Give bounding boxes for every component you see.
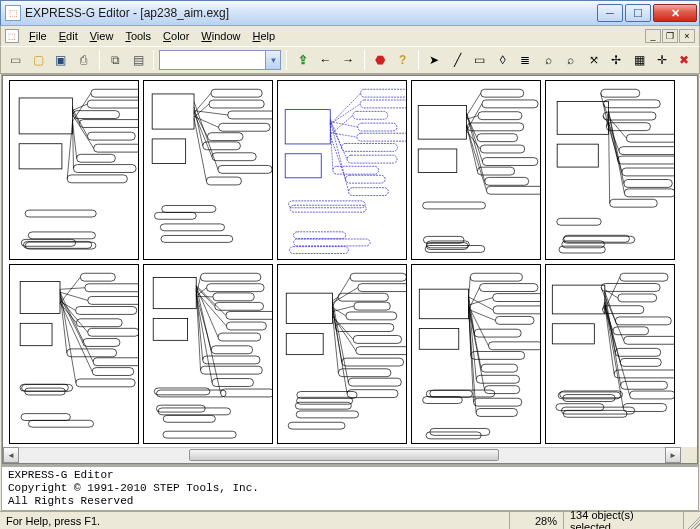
svg-line-81 [466,104,481,131]
diagram-page[interactable] [411,80,541,260]
svg-rect-188 [163,415,215,422]
svg-rect-57 [358,123,397,131]
svg-rect-281 [630,391,674,399]
svg-rect-165 [207,284,265,292]
diagram-canvas[interactable]: ◄ ► [1,74,699,465]
diagram-page[interactable] [143,80,273,260]
delete-button[interactable]: ✖ [674,49,695,71]
maximize-button[interactable]: ☐ [625,4,651,22]
pointer-tool-button[interactable]: ➤ [424,49,445,71]
minimize-button[interactable]: ─ [597,4,623,22]
close-button[interactable]: ✕ [653,4,697,22]
svg-rect-191 [157,390,227,397]
mdi-restore-button[interactable]: ❐ [662,29,678,43]
align-tool-button[interactable]: ≣ [515,49,536,71]
diagram-page[interactable] [277,264,407,444]
scroll-corner [681,447,697,463]
svg-rect-195 [350,273,406,281]
diagram-page[interactable] [545,80,675,260]
svg-rect-98 [423,202,486,209]
rect-tool-button[interactable]: ▭ [470,49,491,71]
svg-line-198 [332,288,357,303]
svg-rect-156 [28,420,93,427]
status-selection: 134 object(s) selected [564,512,684,529]
svg-rect-134 [80,273,115,281]
menu-edit[interactable]: Edit [53,28,84,44]
svg-line-54 [330,104,360,124]
scroll-track[interactable] [19,447,665,463]
svg-rect-16 [73,165,136,173]
svg-rect-104 [557,144,598,167]
svg-rect-189 [158,408,230,415]
print-button[interactable]: ⎙ [73,49,94,71]
svg-rect-49 [285,110,330,144]
line-tool-button[interactable]: ╱ [447,49,468,71]
svg-rect-48 [161,235,233,242]
svg-rect-171 [226,311,272,319]
nav-up-button[interactable]: ⇪ [292,49,313,71]
svg-rect-10 [87,132,135,140]
window-title: EXPRESS-G Editor - [ap238_aim.exg] [25,6,593,20]
help-icon: ? [399,53,406,67]
zoom-out-button[interactable]: ⌕ [560,49,581,71]
menu-view[interactable]: View [84,28,120,44]
find-icon: ✢ [611,53,621,67]
zoom-in-button[interactable]: ⌕ [538,49,559,71]
svg-rect-47 [162,205,216,212]
svg-rect-194 [286,333,323,354]
svg-rect-67 [346,175,386,183]
horizontal-scrollbar[interactable]: ◄ ► [3,447,697,463]
svg-rect-217 [347,390,398,398]
mdi-minimize-button[interactable]: _ [645,29,661,43]
menu-tools[interactable]: Tools [119,28,157,44]
svg-line-52 [330,93,360,124]
svg-rect-261 [601,284,660,292]
svg-line-186 [196,286,220,393]
svg-rect-12 [94,144,138,152]
svg-rect-115 [619,147,674,155]
snap-button[interactable]: ✛ [651,49,672,71]
menu-bar: ⬚ File Edit View Tools Color Window Help… [0,26,700,46]
svg-line-282 [605,308,630,395]
scroll-left-button[interactable]: ◄ [3,447,19,463]
nav-prev-button[interactable]: ← [315,49,336,71]
context-help-button[interactable]: ? [392,49,413,71]
svg-rect-107 [604,100,661,108]
copy-button[interactable]: ⧉ [105,49,126,71]
menu-window[interactable]: Window [195,28,246,44]
find-button[interactable]: ✢ [606,49,627,71]
svg-rect-146 [83,339,120,347]
menu-file[interactable]: File [23,28,53,44]
zoom-fit-button[interactable]: ⤧ [583,49,604,71]
menu-color[interactable]: Color [157,28,195,44]
diagram-page[interactable] [143,264,273,444]
pointer-icon: ➤ [429,53,439,67]
diagram-page[interactable] [9,264,139,444]
mdi-window-buttons: _ ❐ × [645,29,697,43]
diagram-page[interactable] [411,264,541,444]
separator [364,50,365,70]
new-button[interactable]: ▭ [5,49,26,71]
schema-combo[interactable]: ▼ [159,50,281,70]
nav-next-button[interactable]: → [338,49,359,71]
round-tool-button[interactable]: ◊ [492,49,513,71]
save-button[interactable]: ▣ [50,49,71,71]
diagram-page[interactable] [545,264,675,444]
menu-help[interactable]: Help [247,28,282,44]
svg-rect-23 [28,232,95,239]
resize-grip[interactable] [684,513,700,529]
scroll-thumb[interactable] [189,449,499,461]
grid-button[interactable]: ▦ [629,49,650,71]
svg-rect-224 [419,289,468,319]
svg-rect-187 [154,388,210,395]
svg-line-40 [194,113,212,157]
open-button[interactable]: ▢ [28,49,49,71]
stop-button[interactable]: ⬣ [370,49,391,71]
paste-button[interactable]: ▤ [128,49,149,71]
svg-rect-207 [353,335,401,343]
svg-rect-59 [357,133,406,141]
mdi-close-button[interactable]: × [679,29,695,43]
scroll-right-button[interactable]: ► [665,447,681,463]
diagram-page[interactable] [9,80,139,260]
diagram-page[interactable] [277,80,407,260]
